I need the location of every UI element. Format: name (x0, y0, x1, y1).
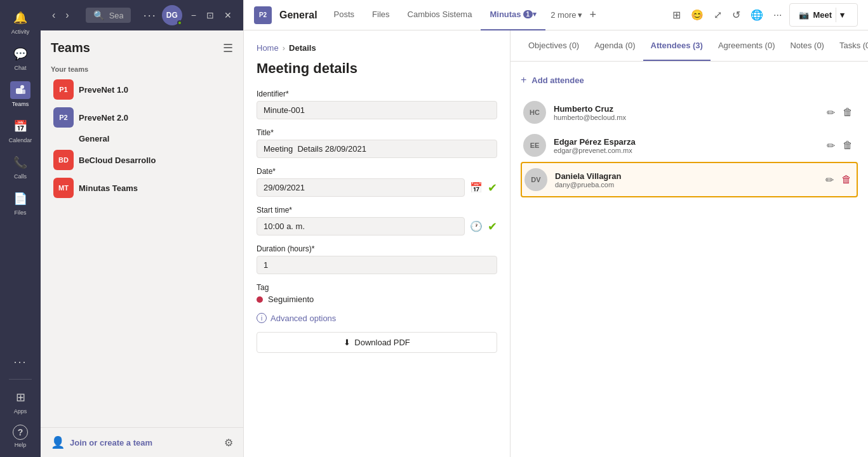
date-input[interactable] (257, 178, 465, 197)
tag-field: Tag Seguimiento (257, 283, 497, 304)
emoji-icon-button[interactable]: 😊 (688, 6, 706, 23)
start-time-input[interactable] (257, 217, 465, 235)
your-teams-label: Your teams (41, 60, 243, 76)
minutas-dropdown-icon[interactable]: ▾ (533, 10, 537, 18)
tab-more[interactable]: 2 more ▾ (545, 10, 587, 20)
channel-header: P2 General Posts Files Cambios Sistema M… (244, 0, 868, 30)
user-avatar[interactable]: DG (162, 5, 182, 25)
channel-more-button[interactable]: ··· (771, 7, 784, 23)
more-options-button[interactable]: ··· (144, 9, 157, 22)
attendee-email-ee: edgar@prevenet.com.mx (554, 147, 817, 154)
attendee-name-ee: Edgar Pérez Esparza (554, 137, 817, 147)
rail-item-activity[interactable]: 🔔 Activity (4, 5, 37, 39)
rail-item-help[interactable]: ? Help (4, 421, 37, 452)
team-item-prevenet2[interactable]: P2 PreveNet 2.0 ··· (43, 103, 241, 131)
expand-icon-button[interactable]: ⤢ (711, 6, 724, 23)
identifier-input[interactable] (257, 101, 497, 119)
team-item-prevenet1[interactable]: P1 PreveNet 1.0 ··· (43, 76, 241, 103)
attendee-edit-ee[interactable]: ✏ (824, 137, 838, 154)
presentation-icon-button[interactable]: ⊞ (670, 6, 683, 23)
attendee-edit-dv[interactable]: ✏ (823, 171, 836, 189)
identifier-field: Identifier* (257, 89, 497, 119)
tab-tasks[interactable]: Tasks (0) (832, 30, 868, 61)
rail-item-teams[interactable]: Teams (4, 77, 37, 111)
attendee-edit-hc[interactable]: ✏ (824, 104, 838, 121)
advanced-options[interactable]: i Advanced options (257, 313, 497, 323)
attendee-delete-ee[interactable]: 🗑 (840, 137, 855, 154)
more-apps-dots[interactable]: ··· (13, 355, 27, 369)
download-pdf-button[interactable]: ⬇ Download PDF (257, 332, 497, 353)
team-item-minutas[interactable]: MT Minutas Teams ··· (43, 174, 241, 202)
join-team-button[interactable]: 👤 Join or create a team (51, 435, 152, 449)
date-label: Date* (257, 167, 497, 176)
attendee-actions-hc: ✏ 🗑 (824, 104, 855, 121)
tab-notes[interactable]: Notes (0) (782, 30, 831, 61)
nav-forward-button[interactable]: › (62, 7, 72, 23)
team-avatar-prevenet2: P2 (53, 107, 74, 128)
search-icon: 🔍 (93, 10, 104, 20)
rail-item-calendar[interactable]: 📅 Calendar (4, 114, 37, 147)
tab-cambios[interactable]: Cambios Sistema (399, 0, 481, 30)
rail-item-chat[interactable]: 💬 Chat (4, 41, 37, 75)
settings-icon[interactable]: ⚙ (224, 437, 233, 449)
meet-dropdown-icon[interactable]: ▾ (836, 8, 848, 22)
team-item-becloud[interactable]: BD BeCloud Desarrollo ··· (43, 146, 241, 174)
sidebar-menu-icon[interactable]: ☰ (223, 41, 233, 55)
refresh-icon-button[interactable]: ↺ (730, 6, 743, 23)
search-input[interactable] (109, 11, 123, 20)
tab-agenda[interactable]: Agenda (0) (587, 30, 643, 61)
calendar-field-icon[interactable]: 📅 (470, 182, 483, 194)
close-button[interactable]: ✕ (220, 9, 236, 22)
channel-badge: P2 (254, 6, 272, 24)
rail-item-apps[interactable]: ⊞ Apps (4, 385, 37, 418)
page-title: Meeting details (257, 60, 497, 77)
apps-icon: ⊞ (10, 388, 30, 406)
more-chevron-icon: ▾ (578, 10, 582, 20)
attendee-email-dv: dany@prueba.com (555, 181, 815, 189)
tab-agreements[interactable]: Agreements (0) (711, 30, 783, 61)
date-field: Date* 📅 ✔ (257, 167, 497, 197)
chat-icon: 💬 (10, 45, 30, 63)
left-rail: 🔔 Activity 💬 Chat Teams 📅 Calendar 📞 Cal… (0, 0, 41, 457)
attendee-delete-hc[interactable]: 🗑 (840, 104, 855, 121)
attendee-name-hc: Humberto Cruz (554, 104, 817, 114)
tab-posts[interactable]: Posts (325, 0, 364, 30)
tab-minutas[interactable]: Minutas 1 ▾ (481, 0, 545, 30)
nav-back-button[interactable]: ‹ (48, 7, 59, 23)
tab-attendees[interactable]: Attendees (3) (643, 30, 711, 61)
attendee-delete-dv[interactable]: 🗑 (839, 171, 854, 188)
tab-files[interactable]: Files (363, 0, 398, 30)
restore-button[interactable]: ⊡ (203, 9, 218, 22)
attendee-name-dv: Daniela Villagran (555, 171, 815, 181)
globe-icon-button[interactable]: 🌐 (748, 6, 766, 23)
rail-item-files[interactable]: 📄 Files (4, 186, 37, 220)
team-name-prevenet1: PreveNet 1.0 (79, 85, 217, 95)
duration-field: Duration (hours)* (257, 244, 497, 274)
start-time-label: Start time* (257, 206, 497, 215)
rail-item-calls[interactable]: 📞 Calls (4, 150, 37, 183)
join-team-label: Join or create a team (70, 438, 152, 447)
channel-item-general[interactable]: General (43, 131, 241, 146)
rail-label-calls: Calls (14, 173, 27, 180)
search-bar[interactable]: 🔍 (86, 8, 131, 23)
add-attendee-button[interactable]: + Add attendee (521, 72, 858, 88)
attendee-email-hc: humberto@becloud.mx (554, 114, 817, 121)
attendee-avatar-hc: HC (523, 101, 546, 124)
tag-label: Tag (257, 283, 497, 292)
duration-label: Duration (hours)* (257, 244, 497, 253)
time-check-icon: ✔ (488, 220, 497, 234)
minimize-button[interactable]: − (187, 9, 200, 22)
add-tab-button[interactable]: + (587, 6, 599, 24)
main: P2 General Posts Files Cambios Sistema M… (244, 0, 868, 457)
breadcrumb-home[interactable]: Home (257, 43, 279, 53)
meet-button[interactable]: 📷 Meet ▾ (789, 3, 858, 27)
clock-icon[interactable]: 🕐 (470, 220, 483, 232)
title-input[interactable] (257, 140, 497, 158)
user-status-dot (177, 20, 182, 25)
minutas-badge: 1 (523, 10, 533, 18)
sidebar-header: Teams ☰ (41, 30, 243, 60)
tag-color-dot (257, 296, 263, 303)
sidebar-bottom: 👤 Join or create a team ⚙ (41, 427, 243, 457)
duration-input[interactable] (257, 256, 497, 274)
tab-objectives[interactable]: Objectives (0) (521, 30, 587, 61)
